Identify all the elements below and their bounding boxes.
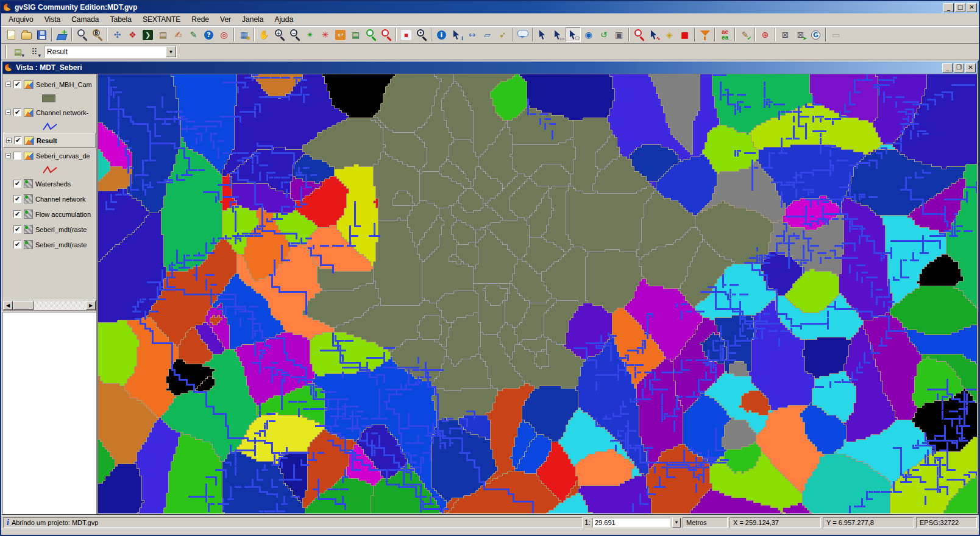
console-icon[interactable]: ❯ xyxy=(140,27,155,42)
expression-icon[interactable]: aeea xyxy=(717,27,733,42)
scripts-icon[interactable]: ✍ xyxy=(171,27,186,42)
scrollbar-track[interactable] xyxy=(34,301,86,310)
select-point-icon[interactable] xyxy=(535,27,550,42)
info-icon[interactable]: i xyxy=(434,27,449,42)
scroll-left-icon[interactable]: ◀ xyxy=(3,301,13,310)
select-lasso-icon[interactable]: ∿ xyxy=(647,27,662,42)
menu-item-ver[interactable]: Ver xyxy=(215,14,236,25)
zoom-selection-icon[interactable] xyxy=(363,27,378,42)
validate-edit-icon[interactable]: ✎✔ xyxy=(737,27,753,42)
menu-item-arquivo[interactable]: Arquivo xyxy=(4,14,38,25)
layer-tree-item-seberi-mdt-raste[interactable]: ✔Seberi_mdt(raste xyxy=(3,222,96,237)
layer-tree-item-seberi-mdt-raste[interactable]: ✔Seberi_mdt(raste xyxy=(3,237,96,252)
layer-tree-item-watersheds[interactable]: ✔Watersheds xyxy=(3,176,96,191)
text-bubble-icon[interactable] xyxy=(515,27,530,42)
record-icon[interactable]: ◎ xyxy=(216,27,232,42)
maximize-button[interactable]: □ xyxy=(955,3,965,12)
catalog-icon[interactable]: ✣ xyxy=(110,27,125,42)
zoom-object-icon[interactable]: • xyxy=(414,27,429,42)
menu-item-tabela[interactable]: Tabela xyxy=(105,14,137,25)
zoom-out-icon[interactable]: − xyxy=(287,27,302,42)
scroll-right-icon[interactable]: ▶ xyxy=(86,301,96,310)
layer-visibility-checkbox[interactable]: ✔ xyxy=(13,225,21,233)
center-point-icon[interactable]: ⊕ xyxy=(758,27,773,42)
expand-icon[interactable]: + xyxy=(6,138,12,143)
diamond-icon[interactable]: ◈ xyxy=(662,27,677,42)
collapse-icon[interactable]: − xyxy=(5,110,11,115)
select-by-layer-icon[interactable]: ◉ xyxy=(581,27,596,42)
select-rectangle-icon[interactable]: ▭ xyxy=(550,27,566,42)
transform-apply-icon[interactable]: ⊠➤ xyxy=(793,27,808,42)
hyperlink-icon[interactable]: ➶ xyxy=(495,27,510,42)
search-view-icon[interactable] xyxy=(74,27,90,42)
zoom-fit-icon[interactable]: ✴ xyxy=(302,27,318,42)
layer-tree-item-result[interactable]: +✔Result xyxy=(3,133,96,148)
scrollbar-thumb[interactable] xyxy=(13,301,34,310)
layer-tree-item-channel-network-[interactable]: −✔Channel network- xyxy=(3,105,96,120)
layer-visibility-checkbox[interactable]: ✔ xyxy=(14,136,22,144)
select-circle-icon[interactable] xyxy=(631,27,647,42)
layer-visibility-checkbox[interactable]: ✔ xyxy=(13,108,21,116)
vista-restore-button[interactable]: ❐ xyxy=(954,63,964,72)
layer-symbol[interactable] xyxy=(3,163,96,176)
menu-item-camada[interactable]: Camada xyxy=(66,14,104,25)
layer-visibility-checkbox[interactable]: ✔ xyxy=(13,241,21,249)
vista-close-button[interactable]: ✕ xyxy=(965,63,976,72)
layer-visibility-checkbox[interactable]: ✔ xyxy=(13,195,21,203)
map-canvas[interactable] xyxy=(98,74,977,513)
layer-visibility-checkbox[interactable]: ✔ xyxy=(13,180,21,188)
collapse-icon[interactable]: − xyxy=(5,153,11,158)
previous-zoom-icon[interactable]: ↩ xyxy=(333,27,348,42)
open-project-icon[interactable] xyxy=(19,27,34,42)
scale-dropdown-icon[interactable]: ▼ xyxy=(672,518,681,527)
full-extent-icon[interactable]: ✳ xyxy=(318,27,333,42)
layer-tree-item-flow-accumulation[interactable]: ✔Flow accumulation xyxy=(3,206,96,222)
collapse-icon[interactable]: − xyxy=(5,82,11,87)
zoom-layer-icon[interactable] xyxy=(378,27,394,42)
inactive-tool-icon[interactable]: ▭ xyxy=(828,27,843,42)
locator-map-icon[interactable]: ▪ xyxy=(399,27,414,42)
layer-symbol[interactable] xyxy=(3,92,96,105)
layer-visibility-checkbox[interactable]: ✔ xyxy=(13,210,21,218)
active-layer-combo[interactable]: Result ▼ xyxy=(44,46,177,58)
add-layer-icon[interactable]: + xyxy=(54,27,69,42)
layer-symbol[interactable] xyxy=(3,120,96,133)
geoprocessing-icon[interactable]: ❖ xyxy=(125,27,140,42)
toc-horizontal-scrollbar[interactable]: ◀ ▶ xyxy=(2,300,96,311)
layer-visibility-checkbox[interactable]: ✔ xyxy=(13,80,21,88)
red-square-icon[interactable]: ■ xyxy=(677,27,692,42)
layer-visibility-checkbox[interactable] xyxy=(13,152,21,160)
menu-item-ajuda[interactable]: Ajuda xyxy=(269,14,298,25)
minimize-button[interactable]: _ xyxy=(943,3,954,12)
scale-input[interactable] xyxy=(592,518,670,527)
combo-dropdown-icon[interactable]: ▼ xyxy=(166,46,176,57)
search-by-attribute-icon[interactable]: B xyxy=(90,27,105,42)
menu-item-vista[interactable]: Vista xyxy=(40,14,65,25)
select-polygon-icon[interactable]: ⬠ xyxy=(566,27,581,42)
zoom-in-icon[interactable]: + xyxy=(272,27,287,42)
save-project-icon[interactable] xyxy=(34,27,49,42)
pan-icon[interactable]: ✋ xyxy=(257,27,272,42)
transform-icon[interactable]: ⊠ xyxy=(778,27,793,42)
help-icon[interactable]: ? xyxy=(201,27,216,42)
new-document-icon[interactable] xyxy=(4,27,19,42)
menu-item-sextante[interactable]: SEXTANTE xyxy=(138,14,185,25)
table-settings-icon[interactable]: ▦✱ xyxy=(236,27,252,42)
layer-tree-item-seberi-mbh-cam[interactable]: −✔Seberi_MBH_Cam xyxy=(3,77,96,92)
layer-manager-icon[interactable]: ▤ xyxy=(348,27,363,42)
menu-item-janela[interactable]: Janela xyxy=(237,14,268,25)
layer-tree-item-channel-network[interactable]: ✔Channel network xyxy=(3,191,96,206)
layer-visibility-icon[interactable]: ▤▾ xyxy=(10,44,26,59)
menu-item-rede[interactable]: Rede xyxy=(186,14,214,25)
layer-tree-item-seberi-curvas-de[interactable]: −Seberi_curvas_de xyxy=(3,148,96,163)
feature-info-icon[interactable]: i xyxy=(449,27,464,42)
selection-manager-icon[interactable]: ▣ xyxy=(611,27,627,42)
notes-icon[interactable]: ✎ xyxy=(186,27,201,42)
refresh-selection-icon[interactable]: ↺ xyxy=(596,27,611,42)
georeferencing-icon[interactable]: G xyxy=(808,27,823,42)
close-button[interactable]: ✕ xyxy=(967,3,977,12)
layer-order-icon[interactable]: ⠿▾ xyxy=(27,44,42,59)
vista-minimize-button[interactable]: _ xyxy=(942,63,953,72)
export-icon[interactable]: ▤ xyxy=(155,27,171,42)
measure-distance-icon[interactable]: ↔ xyxy=(464,27,480,42)
